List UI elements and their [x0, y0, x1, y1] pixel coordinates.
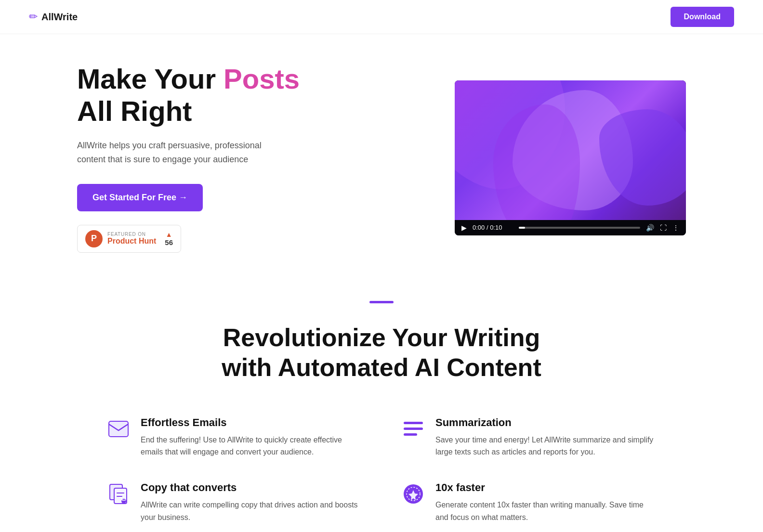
hero-title-highlight: Posts — [224, 63, 300, 94]
feature-emails-content: Effortless Emails End the suffering! Use… — [141, 416, 362, 458]
hero-title-part2: All Right — [77, 95, 192, 127]
video-thumbnail — [455, 80, 686, 220]
hero-title-part1: Make Your — [77, 63, 224, 94]
video-time: 0:00 / 0:10 — [473, 224, 513, 231]
fullscreen-icon[interactable]: ⛶ — [660, 224, 667, 232]
ph-number: 56 — [165, 238, 173, 247]
ph-arrow-icon: ▲ — [166, 231, 172, 238]
svg-rect-3 — [404, 433, 417, 436]
video-player[interactable]: ▶ 0:00 / 0:10 🔊 ⛶ ⋮ — [455, 80, 686, 235]
svg-rect-2 — [404, 428, 423, 430]
logo-area: ✏ AllWrite — [29, 11, 78, 23]
revolution-title: Revolutionize Your Writing with Automate… — [203, 323, 560, 383]
feature-faster-desc: Generate content 10x faster than writing… — [435, 499, 657, 523]
cta-button[interactable]: Get Started For Free → — [77, 184, 203, 211]
hero-subtitle: AllWrite helps you craft persuasive, pro… — [77, 139, 279, 167]
wave-overlay — [455, 80, 686, 220]
download-button[interactable]: Download — [671, 7, 734, 27]
play-button[interactable]: ▶ — [461, 224, 467, 232]
product-hunt-badge[interactable]: P FEATURED ON Product Hunt ▲ 56 — [77, 225, 181, 253]
logo-icon: ✏ — [29, 11, 38, 23]
summarize-icon — [401, 416, 426, 441]
feature-copy-desc: AllWrite can write compelling copy that … — [141, 499, 362, 523]
product-hunt-text: FEATURED ON Product Hunt — [107, 232, 156, 246]
video-progress-bar[interactable] — [519, 227, 640, 229]
hero-right: ▶ 0:00 / 0:10 🔊 ⛶ ⋮ — [455, 80, 686, 235]
feature-summarization-content: Summarization Save your time and energy!… — [435, 416, 657, 458]
ph-featured-label: FEATURED ON — [107, 232, 156, 237]
header: ✏ AllWrite Download — [0, 0, 763, 34]
hero-left: Make Your Posts All Right AllWrite helps… — [77, 63, 318, 253]
feature-copy: Copy that converts AllWrite can write co… — [106, 481, 362, 523]
feature-copy-content: Copy that converts AllWrite can write co… — [141, 481, 362, 523]
revolution-section: Revolutionize Your Writing with Automate… — [0, 313, 763, 532]
feature-summarization-desc: Save your time and energy! Let AllWrite … — [435, 434, 657, 458]
ph-name: Product Hunt — [107, 237, 156, 246]
feature-summarization: Summarization Save your time and energy!… — [401, 416, 657, 458]
feature-emails: Effortless Emails End the suffering! Use… — [106, 416, 362, 458]
divider-line — [369, 301, 394, 303]
hero-title: Make Your Posts All Right — [77, 63, 318, 127]
svg-rect-0 — [109, 421, 128, 437]
video-progress-fill — [519, 227, 525, 229]
video-controls: ▶ 0:00 / 0:10 🔊 ⛶ ⋮ — [455, 220, 686, 235]
section-divider — [0, 282, 763, 313]
copy-icon — [106, 481, 131, 506]
product-hunt-logo: P — [85, 230, 103, 247]
svg-rect-1 — [404, 422, 423, 424]
logo-text: AllWrite — [41, 12, 78, 23]
feature-faster-content: 10x faster Generate content 10x faster t… — [435, 481, 657, 523]
feature-copy-title: Copy that converts — [141, 481, 362, 494]
features-grid: Effortless Emails End the suffering! Use… — [77, 416, 686, 523]
email-icon — [106, 416, 131, 441]
feature-summarization-title: Summarization — [435, 416, 657, 429]
feature-emails-desc: End the suffering! Use to AllWrite to qu… — [141, 434, 362, 458]
feature-faster-title: 10x faster — [435, 481, 657, 494]
hero-section: Make Your Posts All Right AllWrite helps… — [0, 34, 763, 282]
feature-faster: 10x faster Generate content 10x faster t… — [401, 481, 657, 523]
more-icon[interactable]: ⋮ — [672, 224, 679, 232]
feature-emails-title: Effortless Emails — [141, 416, 362, 429]
ph-count: ▲ 56 — [165, 231, 173, 247]
volume-icon[interactable]: 🔊 — [646, 224, 654, 232]
faster-icon — [401, 481, 426, 506]
svg-point-9 — [412, 493, 415, 495]
